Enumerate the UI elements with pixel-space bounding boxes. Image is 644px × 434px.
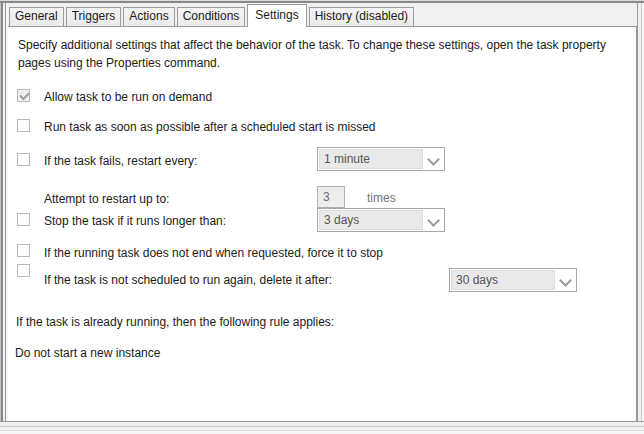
- label-restart-on-failure: If the task fails, restart every:: [44, 154, 197, 168]
- label-stop-if-runs-longer: Stop the task if it runs longer than:: [44, 214, 226, 228]
- settings-tab-panel: Specify additional settings that affect …: [8, 26, 637, 421]
- delete-after-value: 30 days: [451, 270, 555, 290]
- label-allow-run-on-demand: Allow task to be run on demand: [44, 90, 212, 104]
- tab-actions[interactable]: Actions: [123, 7, 174, 26]
- chevron-down-icon: [555, 270, 575, 290]
- label-run-asap-after-missed-start: Run task as soon as possible after a sch…: [44, 120, 376, 134]
- delete-after-dropdown[interactable]: 30 days: [449, 268, 577, 292]
- tab-general[interactable]: General: [9, 7, 64, 26]
- label-delete-task-after: If the task is not scheduled to run agai…: [44, 273, 332, 287]
- tab-bar: General Triggers Actions Conditions Sett…: [8, 3, 637, 26]
- window-border-left: [0, 3, 8, 434]
- checkbox-delete-task-after[interactable]: [17, 264, 30, 277]
- restart-interval-dropdown[interactable]: 1 minute: [317, 147, 445, 171]
- checkbox-allow-run-on-demand[interactable]: [17, 89, 30, 102]
- task-settings-window: General Triggers Actions Conditions Sett…: [0, 0, 644, 434]
- label-force-stop: If the running task does not end when re…: [44, 246, 383, 260]
- checkbox-run-asap-after-missed-start[interactable]: [17, 119, 30, 132]
- restart-attempts-input[interactable]: 3: [317, 186, 345, 208]
- checkbox-stop-if-runs-longer[interactable]: [17, 213, 30, 226]
- restart-interval-value: 1 minute: [319, 149, 423, 169]
- chevron-down-icon: [423, 149, 443, 169]
- stop-duration-value: 3 days: [319, 210, 423, 230]
- stop-duration-dropdown[interactable]: 3 days: [317, 208, 445, 232]
- window-border-right: [637, 3, 644, 434]
- tab-conditions[interactable]: Conditions: [177, 7, 246, 26]
- tab-triggers[interactable]: Triggers: [66, 7, 122, 26]
- label-restart-attempts: Attempt to restart up to:: [44, 192, 169, 206]
- checkbox-restart-on-failure[interactable]: [17, 153, 30, 166]
- chevron-down-icon: [423, 210, 443, 230]
- settings-description: Specify additional settings that affect …: [18, 36, 614, 72]
- tab-history[interactable]: History (disabled): [309, 7, 414, 26]
- checkbox-force-stop[interactable]: [17, 244, 30, 257]
- tab-settings[interactable]: Settings: [247, 4, 306, 27]
- window-border-bottom: [0, 421, 644, 434]
- label-times-suffix: times: [367, 191, 396, 205]
- label-already-running-rule: If the task is already running, then the…: [16, 315, 334, 329]
- instance-rule-value: Do not start a new instance: [15, 346, 160, 360]
